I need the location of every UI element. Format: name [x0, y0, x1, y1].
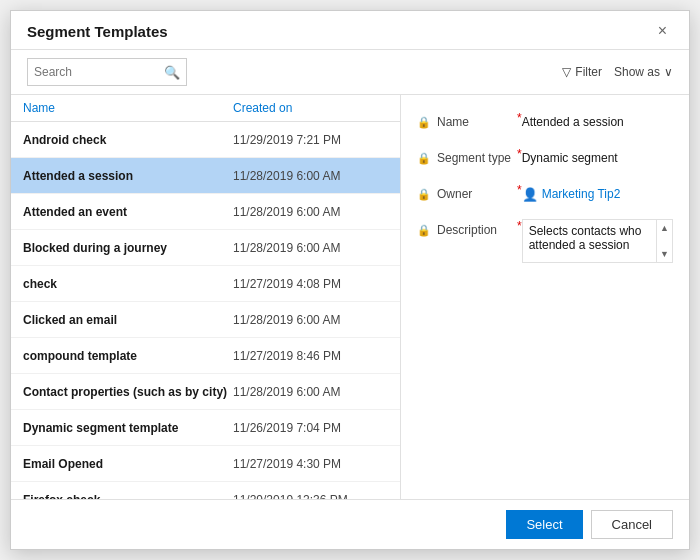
close-button[interactable]: ×	[652, 21, 673, 41]
dialog-title: Segment Templates	[27, 23, 168, 40]
chevron-down-icon: ∨	[664, 65, 673, 79]
row-name: Attended a session	[23, 169, 233, 183]
detail-label-segment-type: 🔒 Segment type	[417, 147, 517, 169]
toolbar-right: ▽ Filter Show as ∨	[562, 65, 673, 79]
list-item[interactable]: compound template 11/27/2019 8:46 PM	[11, 338, 400, 374]
detail-value-name: Attended a session	[522, 111, 673, 133]
list-item[interactable]: Attended an event 11/28/2019 6:00 AM	[11, 194, 400, 230]
row-date: 11/28/2019 6:00 AM	[233, 205, 340, 219]
row-date: 11/27/2019 8:46 PM	[233, 349, 341, 363]
filter-label: Filter	[575, 65, 602, 79]
row-date: 11/28/2019 6:00 AM	[233, 313, 340, 327]
list-item[interactable]: Firefox check 11/29/2019 12:36 PM	[11, 482, 400, 499]
search-icon[interactable]: 🔍	[158, 59, 186, 85]
detail-row-description: 🔒 Description * Selects contacts who att…	[417, 219, 673, 263]
list-panel: Name Created on Android check 11/29/2019…	[11, 95, 401, 499]
search-input[interactable]	[28, 63, 158, 81]
list-item[interactable]: Dynamic segment template 11/26/2019 7:04…	[11, 410, 400, 446]
detail-row-name: 🔒 Name * Attended a session	[417, 111, 673, 133]
row-name: Blocked during a journey	[23, 241, 233, 255]
dialog-footer: Select Cancel	[11, 499, 689, 549]
list-item[interactable]: Contact properties (such as by city) 11/…	[11, 374, 400, 410]
content-area: Name Created on Android check 11/29/2019…	[11, 95, 689, 499]
detail-panel: 🔒 Name * Attended a session 🔒 Segment ty…	[401, 95, 689, 499]
description-scrollbar[interactable]: ▲ ▼	[656, 220, 672, 262]
row-date: 11/29/2019 7:21 PM	[233, 133, 341, 147]
row-date: 11/26/2019 7:04 PM	[233, 421, 341, 435]
row-name: Email Opened	[23, 457, 233, 471]
toolbar: 🔍 ▽ Filter Show as ∨	[11, 50, 689, 95]
list-header: Name Created on	[11, 95, 400, 122]
list-item[interactable]: Attended a session 11/28/2019 6:00 AM	[11, 158, 400, 194]
row-date: 11/27/2019 4:30 PM	[233, 457, 341, 471]
row-name: Clicked an email	[23, 313, 233, 327]
row-name: Contact properties (such as by city)	[23, 385, 233, 399]
detail-label-description: 🔒 Description	[417, 219, 517, 241]
row-date: 11/28/2019 6:00 AM	[233, 385, 340, 399]
list-item[interactable]: Clicked an email 11/28/2019 6:00 AM	[11, 302, 400, 338]
detail-row-owner: 🔒 Owner * 👤 Marketing Tip2	[417, 183, 673, 205]
row-name: check	[23, 277, 233, 291]
lock-icon-2: 🔒	[417, 152, 431, 165]
filter-button[interactable]: ▽ Filter	[562, 65, 602, 79]
row-date: 11/28/2019 6:00 AM	[233, 241, 340, 255]
show-as-label: Show as	[614, 65, 660, 79]
row-name: Android check	[23, 133, 233, 147]
segment-templates-dialog: Segment Templates × 🔍 ▽ Filter Show as ∨…	[10, 10, 690, 550]
filter-icon: ▽	[562, 65, 571, 79]
lock-icon: 🔒	[417, 116, 431, 129]
detail-value-description: Selects contacts who attended a session …	[522, 219, 673, 263]
show-as-button[interactable]: Show as ∨	[614, 65, 673, 79]
column-header-date[interactable]: Created on	[233, 101, 292, 115]
row-date: 11/28/2019 6:00 AM	[233, 169, 340, 183]
list-item[interactable]: Blocked during a journey 11/28/2019 6:00…	[11, 230, 400, 266]
detail-label-name: 🔒 Name	[417, 111, 517, 133]
cancel-button[interactable]: Cancel	[591, 510, 673, 539]
search-box[interactable]: 🔍	[27, 58, 187, 86]
row-date: 11/27/2019 4:08 PM	[233, 277, 341, 291]
lock-icon-4: 🔒	[417, 224, 431, 237]
dialog-header: Segment Templates ×	[11, 11, 689, 50]
detail-value-segment-type: Dynamic segment	[522, 147, 673, 169]
row-name: compound template	[23, 349, 233, 363]
column-header-name[interactable]: Name	[23, 101, 233, 115]
select-button[interactable]: Select	[506, 510, 582, 539]
detail-label-owner: 🔒 Owner	[417, 183, 517, 205]
list-body: Android check 11/29/2019 7:21 PM Attende…	[11, 122, 400, 499]
list-item[interactable]: Android check 11/29/2019 7:21 PM	[11, 122, 400, 158]
detail-row-segment-type: 🔒 Segment type * Dynamic segment	[417, 147, 673, 169]
list-item[interactable]: check 11/27/2019 4:08 PM	[11, 266, 400, 302]
row-name: Dynamic segment template	[23, 421, 233, 435]
scroll-down-icon[interactable]: ▼	[657, 246, 672, 262]
scroll-up-icon[interactable]: ▲	[657, 220, 672, 236]
lock-icon-3: 🔒	[417, 188, 431, 201]
detail-value-owner[interactable]: 👤 Marketing Tip2	[522, 183, 673, 205]
list-item[interactable]: Email Opened 11/27/2019 4:30 PM	[11, 446, 400, 482]
person-icon: 👤	[522, 187, 538, 202]
row-name: Attended an event	[23, 205, 233, 219]
